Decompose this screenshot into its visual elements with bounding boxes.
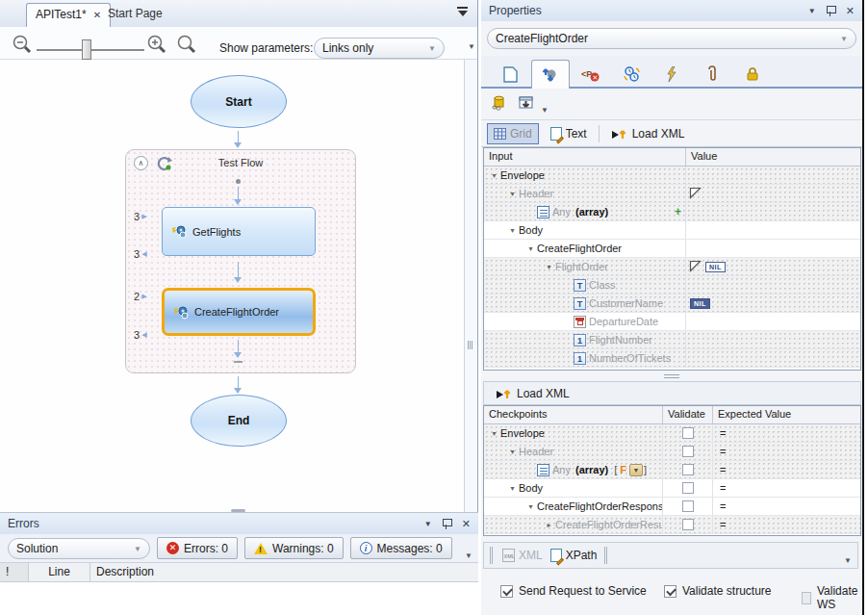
mini-toolbar-overflow-icon[interactable]: ▼ (541, 106, 549, 115)
input-row[interactable]: TCustomerNameNIL (484, 295, 860, 313)
input-value-cell[interactable] (686, 185, 860, 202)
errors-col-line[interactable]: Line (29, 563, 90, 581)
expander-right-icon[interactable]: ▸ (543, 521, 555, 529)
checkpoints-load-xml-button[interactable]: Load XML (490, 383, 575, 404)
validate-checkbox[interactable] (682, 519, 694, 530)
xpath-view-button[interactable]: XPath (550, 549, 598, 562)
checkpoint-row[interactable]: Any(array)[F▼]= (484, 461, 860, 479)
input-value-cell[interactable]: NIL (686, 295, 860, 312)
link-data-source-button[interactable] (489, 93, 510, 115)
array-mode-dropdown-icon[interactable]: ▼ (629, 464, 643, 476)
test-flow-container[interactable]: ∧ Test Flow (125, 149, 356, 373)
add-array-item-icon[interactable]: + (675, 205, 681, 218)
test-flow-canvas[interactable]: Start ∧ Test Flow (0, 60, 465, 512)
xml-bar-overflow-icon[interactable]: ▼ (844, 556, 852, 565)
zoom-in-icon[interactable] (146, 34, 167, 55)
tab-list-icon[interactable] (457, 7, 468, 21)
array-mode-selector[interactable]: [F▼] (614, 464, 647, 476)
expected-value-column-header[interactable]: Expected Value (713, 406, 860, 423)
tab-async[interactable] (612, 60, 651, 89)
errors-col-severity[interactable]: ! (0, 563, 29, 581)
tab-attachments[interactable] (693, 60, 731, 89)
expander-down-icon[interactable]: ▾ (488, 171, 500, 180)
xml-view-button[interactable]: XML XML (502, 549, 543, 562)
show-parameters-dropdown[interactable]: Links only ▼ (314, 38, 445, 59)
errors-toolbar-overflow-icon[interactable]: ▼ (465, 551, 472, 560)
expander-down-icon[interactable]: ▾ (506, 226, 519, 235)
expander-down-icon[interactable]: ▾ (506, 190, 519, 198)
expected-value-cell[interactable]: = (713, 461, 860, 478)
input-row[interactable]: TClass (484, 276, 860, 295)
input-row[interactable]: ▾CreateFlightOrder (484, 240, 860, 258)
text-view-button[interactable]: Text (545, 123, 593, 144)
validate-checkbox[interactable] (682, 500, 694, 512)
expected-value-cell[interactable]: = (713, 424, 860, 442)
checkpoints-column-header[interactable]: Checkpoints (484, 406, 663, 423)
checkpoint-row[interactable]: ▾Body= (484, 479, 860, 498)
tab-general[interactable] (491, 60, 529, 89)
errors-col-description[interactable]: Description (90, 563, 478, 581)
toolbar-overflow-icon[interactable]: ▼ (468, 42, 475, 51)
tab-apitest1[interactable]: APITest1*✕ (26, 3, 111, 27)
input-value-cell[interactable] (686, 276, 860, 294)
expander-down-icon[interactable]: ▾ (488, 429, 500, 438)
input-value-cell[interactable] (686, 203, 860, 220)
expander-down-icon[interactable]: ▾ (543, 263, 555, 271)
expected-value-cell[interactable]: = (713, 498, 860, 515)
end-node[interactable]: End (191, 395, 287, 447)
grid-view-button[interactable]: Grid (487, 123, 539, 144)
validate-structure-checkbox[interactable]: Validate structure (664, 584, 772, 598)
input-row[interactable]: ▾Body (484, 221, 860, 240)
tab-events[interactable] (652, 60, 691, 89)
expected-value-cell[interactable]: = (713, 443, 860, 460)
validate-checkbox[interactable] (682, 427, 694, 439)
errors-scope-dropdown[interactable]: Solution ▼ (8, 538, 150, 559)
pin-icon[interactable] (443, 518, 451, 529)
zoom-out-icon[interactable] (12, 34, 33, 55)
import-schema-button[interactable] (516, 93, 537, 115)
zoom-slider-thumb[interactable] (82, 39, 91, 60)
input-value-cell[interactable]: NIL (686, 258, 860, 275)
expected-value-cell[interactable]: = (713, 479, 860, 497)
close-icon[interactable]: ✕ (846, 5, 855, 17)
input-column-header[interactable]: Input (484, 148, 686, 166)
input-row[interactable]: 1NumberOfTickets (484, 349, 860, 368)
checkbox-box[interactable] (500, 585, 513, 598)
validate-checkbox[interactable] (682, 446, 694, 457)
search-icon[interactable] (176, 34, 197, 55)
canvas-vertical-splitter[interactable] (464, 60, 477, 512)
expander-down-icon[interactable]: ▾ (524, 244, 537, 253)
checkpoint-row[interactable]: ▾Envelope= (484, 424, 860, 443)
step-createflightorder[interactable]: CreateFlightOrder (162, 288, 316, 336)
validate-ws-checkbox[interactable]: Validate WS (802, 584, 862, 611)
step-getflights[interactable]: GetFlights (162, 207, 316, 256)
input-row[interactable]: ▾Header (484, 185, 860, 203)
validate-column-header[interactable]: Validate (663, 406, 713, 423)
errors-panel-grip[interactable] (231, 509, 245, 512)
expected-value-cell[interactable]: = (713, 516, 860, 533)
checkpoint-row[interactable]: ▾Header= (484, 443, 860, 461)
tab-test-parameters[interactable]: <P ✕ (572, 60, 610, 89)
input-value-cell[interactable] (686, 313, 860, 330)
checkpoint-row[interactable]: ▾CreateFlightOrderRespons= (484, 498, 860, 516)
load-xml-button[interactable]: Load XML (605, 123, 691, 144)
input-row[interactable]: ▾FlightOrderNIL (484, 258, 860, 276)
input-value-cell[interactable] (686, 331, 860, 348)
panel-menu-icon[interactable]: ▼ (808, 7, 816, 15)
validate-checkbox[interactable] (682, 482, 694, 494)
table-splitter[interactable] (483, 371, 861, 381)
input-value-cell[interactable] (686, 240, 860, 257)
checkbox-box[interactable] (664, 585, 677, 598)
warnings-filter-button[interactable]: Warnings: 0 (244, 537, 344, 559)
input-row[interactable]: Any(array)+ (484, 203, 860, 221)
errors-filter-button[interactable]: ✕ Errors: 0 (157, 537, 238, 559)
input-row[interactable]: DepartureDate (484, 313, 860, 331)
expander-down-icon[interactable]: ▾ (506, 448, 519, 456)
value-column-header[interactable]: Value (686, 148, 860, 166)
panel-menu-icon[interactable]: ▼ (424, 520, 432, 528)
step-selector-dropdown[interactable]: CreateFlightOrder ▼ (487, 28, 856, 49)
start-node[interactable]: Start (191, 75, 287, 128)
close-icon[interactable]: ✕ (462, 518, 471, 530)
input-row[interactable]: ▾Envelope (484, 167, 860, 185)
input-value-cell[interactable] (686, 349, 860, 367)
